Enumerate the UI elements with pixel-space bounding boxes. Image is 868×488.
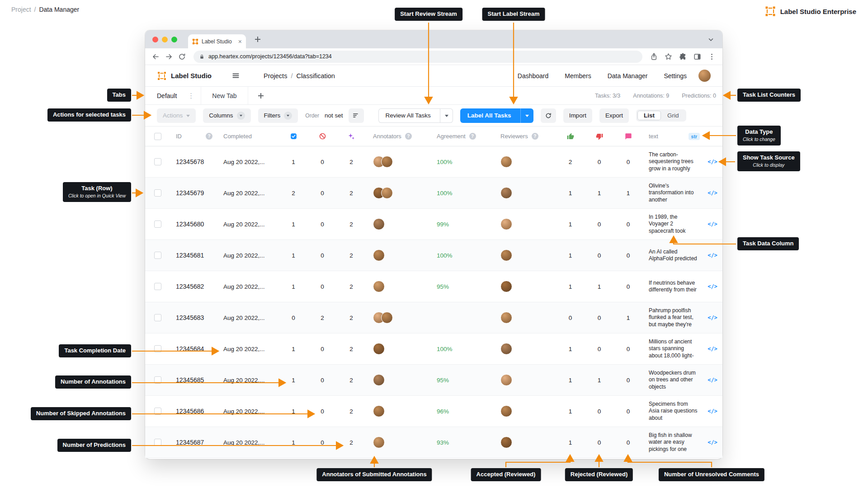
annotator-avatar[interactable] [373,343,385,355]
browser-menu-kebab-icon[interactable] [708,52,716,61]
help-icon[interactable] [532,133,538,140]
share-icon[interactable] [650,52,658,61]
reviewer-avatar[interactable] [500,187,512,199]
comments-column-icon[interactable] [625,133,632,140]
task-row[interactable]: 12345687Aug 20 2022,...10293%100Big fish… [145,427,722,458]
review-all-tasks-chevron[interactable] [440,108,453,123]
user-avatar[interactable] [698,70,711,82]
task-row[interactable]: 12345683Aug 20 2022,...022001Pahrump poo… [145,302,722,333]
row-checkbox[interactable] [154,408,161,415]
nav-data-manager[interactable]: Data Manager [608,72,648,80]
reviewer-avatar[interactable] [500,281,512,292]
side-panel-icon[interactable] [693,52,702,61]
review-all-tasks-button[interactable]: Review All Tasks [378,108,453,123]
task-source-icon[interactable]: </> [708,408,717,414]
task-row[interactable]: 12345678Aug 20 2022,...102100%200The car… [145,146,722,178]
task-row[interactable]: 12345686Aug 20 2022,...10296%100Specimen… [145,396,722,427]
reviewer-avatar[interactable] [500,343,512,355]
rejected-thumbs-down-icon[interactable] [596,133,603,140]
row-checkbox[interactable] [154,221,161,228]
task-row[interactable]: 12345680Aug 20 2022,...10299%100In 1989,… [145,209,722,240]
close-tab-icon[interactable] [238,38,242,46]
app-logo-icon[interactable] [157,71,167,81]
task-source-icon[interactable]: </> [708,346,717,352]
task-row[interactable]: 12345684Aug 20 2022,...102100%100Million… [145,333,722,365]
label-all-tasks-button[interactable]: Label All Tasks [460,108,533,123]
sort-order-button[interactable] [349,108,364,123]
help-icon[interactable] [405,133,412,140]
task-source-icon[interactable]: </> [708,377,717,383]
reviewer-avatar[interactable] [500,312,512,324]
task-row[interactable]: 12345681Aug 20 2022,...102100%100An AI c… [145,240,722,271]
extensions-puzzle-icon[interactable] [679,52,687,61]
tab-menu-kebab-icon[interactable] [188,92,194,100]
task-row[interactable]: 12345682Aug 20 2022,...10295%110If neutr… [145,271,722,302]
annotator-avatar[interactable] [373,281,385,292]
task-row[interactable]: 12345685Aug 20 2022,...10295%110Woodpeck… [145,365,722,396]
task-source-icon[interactable]: </> [708,439,717,446]
col-text-label[interactable]: text [649,133,658,140]
row-checkbox[interactable] [154,345,161,352]
tab-default[interactable]: Default [145,87,201,104]
row-checkbox[interactable] [154,439,161,446]
browser-tab[interactable]: Label Studio [188,34,246,48]
col-id-label[interactable]: ID [176,133,182,140]
filters-dropdown[interactable]: Filters [258,108,298,123]
export-button[interactable]: Export [599,108,629,123]
annotator-avatar[interactable] [373,405,385,417]
accepted-thumbs-up-icon[interactable] [567,133,574,140]
reviewer-avatar[interactable] [500,436,512,448]
reviewer-avatar[interactable] [500,374,512,386]
task-row[interactable]: 12345679Aug 20 2022,...202100%111Olivine… [145,178,722,209]
new-browser-tab-button[interactable] [252,34,263,45]
refresh-button[interactable] [541,108,556,123]
annotator-avatar[interactable] [381,187,393,199]
reviewer-avatar[interactable] [500,218,512,230]
help-icon[interactable] [206,133,212,140]
task-source-icon[interactable]: </> [708,252,717,258]
add-tab-button[interactable] [248,87,274,104]
annotator-avatar[interactable] [373,249,385,261]
hamburger-menu-icon[interactable] [231,71,240,80]
col-completed-label[interactable]: Completed [223,133,252,140]
task-source-icon[interactable]: </> [708,314,717,321]
reload-icon[interactable] [178,52,186,61]
annotations-column-icon[interactable] [290,132,297,140]
row-checkbox[interactable] [154,376,161,384]
task-source-icon[interactable]: </> [708,159,717,165]
annotator-avatar[interactable] [381,312,393,324]
actions-dropdown[interactable]: Actions [157,108,196,123]
view-list-button[interactable]: List [637,111,661,120]
forward-icon[interactable] [165,52,173,61]
label-all-tasks-chevron[interactable] [520,108,533,123]
back-icon[interactable] [151,52,160,61]
view-grid-button[interactable]: Grid [661,111,685,120]
url-field[interactable]: app.heartex.com/projects/123456/data?tab… [193,51,642,63]
task-source-icon[interactable]: </> [708,190,717,196]
import-button[interactable]: Import [563,108,592,123]
minimize-window-button[interactable] [162,37,168,42]
col-agreement-label[interactable]: Agreement [437,133,466,140]
order-value[interactable]: not set [325,112,343,119]
row-checkbox[interactable] [154,314,161,321]
nav-members[interactable]: Members [565,72,591,80]
reviewer-avatar[interactable] [500,249,512,261]
tab-new-tab[interactable]: New Tab [201,87,248,104]
app-breadcrumb-projects[interactable]: Projects [264,72,287,80]
row-checkbox[interactable] [154,252,161,259]
tab-search-chevron-icon[interactable] [707,35,715,44]
maximize-window-button[interactable] [171,37,177,42]
row-checkbox[interactable] [154,283,161,290]
skipped-column-icon[interactable] [319,132,326,140]
bookmark-star-icon[interactable] [664,52,673,61]
close-window-button[interactable] [152,37,158,42]
data-type-badge[interactable]: str [689,133,700,140]
annotator-avatar[interactable] [381,156,393,168]
task-source-icon[interactable]: </> [708,221,717,227]
nav-settings[interactable]: Settings [664,72,687,80]
reviewer-avatar[interactable] [500,405,512,417]
col-annotators-label[interactable]: Annotators [373,133,401,140]
annotator-avatar[interactable] [373,374,385,386]
columns-dropdown[interactable]: Columns [203,108,250,123]
row-checkbox[interactable] [154,189,161,197]
